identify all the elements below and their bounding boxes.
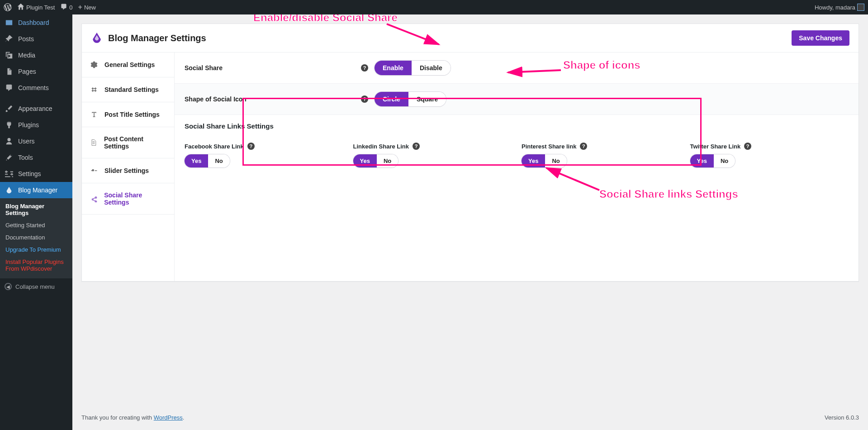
menu-tools[interactable]: Tools bbox=[0, 149, 72, 166]
submenu-settings[interactable]: Blog Manager Settings bbox=[0, 200, 72, 219]
tab-standard[interactable]: Standard Settings bbox=[82, 77, 174, 102]
collapse-icon: ◀ bbox=[5, 283, 12, 290]
menu-media[interactable]: Media bbox=[0, 47, 72, 63]
new-label: New bbox=[84, 4, 96, 11]
submenu-upgrade[interactable]: Upgrade To Premium bbox=[0, 244, 72, 256]
shape-label: Shape of Social Icon bbox=[185, 96, 352, 103]
menu-posts[interactable]: Posts bbox=[0, 31, 72, 47]
comments-count: 0 bbox=[69, 4, 72, 11]
save-changes-button[interactable]: Save Changes bbox=[792, 30, 849, 46]
comment-icon bbox=[60, 3, 67, 12]
help-icon[interactable]: ? bbox=[580, 143, 587, 150]
arrows-icon bbox=[90, 86, 98, 94]
shape-circle[interactable]: Circle bbox=[375, 92, 408, 106]
linkedin-no[interactable]: No bbox=[377, 154, 398, 167]
comments-link[interactable]: 0 bbox=[60, 3, 72, 12]
media-icon bbox=[5, 51, 14, 60]
footer-thank-post: . bbox=[183, 414, 185, 421]
menu-dashboard-label: Dashboard bbox=[18, 19, 49, 26]
row-shape: Shape of Social Icon ? Circle Square bbox=[175, 84, 859, 115]
avatar bbox=[857, 4, 864, 11]
footer-thanks: Thank you for creating with WordPress. bbox=[81, 414, 184, 421]
linkedin-yes[interactable]: Yes bbox=[353, 154, 377, 167]
help-icon[interactable]: ? bbox=[413, 143, 420, 150]
menu-pages[interactable]: Pages bbox=[0, 63, 72, 80]
facebook-no[interactable]: No bbox=[208, 154, 229, 167]
comments-icon bbox=[5, 83, 14, 92]
document-icon bbox=[90, 139, 98, 147]
pinterest-yes[interactable]: Yes bbox=[522, 154, 545, 167]
social-share-enable[interactable]: Enable bbox=[375, 61, 412, 75]
menu-users-label: Users bbox=[18, 138, 35, 145]
help-icon[interactable]: ? bbox=[744, 143, 751, 150]
my-account-link[interactable]: Howdy, madara bbox=[815, 4, 864, 11]
tab-post-content[interactable]: Post Content Settings bbox=[82, 127, 174, 158]
menu-comments[interactable]: Comments bbox=[0, 80, 72, 96]
shape-square[interactable]: Square bbox=[408, 92, 446, 106]
howdy-text: Howdy, madara bbox=[815, 4, 855, 11]
plugin-logo-icon bbox=[91, 32, 103, 44]
site-name-link[interactable]: Plugin Test bbox=[17, 3, 55, 12]
facebook-toggle[interactable]: Yes No bbox=[185, 154, 230, 167]
menu-blog-manager[interactable]: Blog Manager bbox=[0, 182, 72, 198]
linkedin-toggle[interactable]: Yes No bbox=[353, 154, 398, 167]
tab-general[interactable]: General Settings bbox=[82, 53, 174, 77]
new-content-link[interactable]: + New bbox=[78, 3, 96, 11]
pinterest-toggle[interactable]: Yes No bbox=[522, 154, 567, 167]
wrench-icon bbox=[5, 153, 14, 162]
submenu-blog-manager: Blog Manager Settings Getting Started Do… bbox=[0, 198, 72, 278]
row-social-share: Social Share ? Enable Disable bbox=[175, 53, 859, 84]
help-icon[interactable]: ? bbox=[361, 96, 368, 103]
dashboard-icon bbox=[5, 18, 14, 27]
menu-settings[interactable]: Settings bbox=[0, 166, 72, 182]
share-icon bbox=[90, 195, 98, 203]
twitter-label: Twitter Share Link bbox=[690, 143, 741, 150]
settings-panel: Blog Manager Settings Save Changes Gener… bbox=[81, 24, 859, 282]
menu-users[interactable]: Users bbox=[0, 133, 72, 149]
tab-post-title[interactable]: Post Title Settings bbox=[82, 102, 174, 127]
menu-tools-label: Tools bbox=[18, 154, 33, 161]
submenu-install-popular[interactable]: Install Popular Plugins From WPdiscover bbox=[0, 256, 72, 275]
collapse-label: Collapse menu bbox=[15, 283, 55, 290]
twitter-yes[interactable]: Yes bbox=[690, 154, 714, 167]
pinterest-no[interactable]: No bbox=[545, 154, 566, 167]
tab-social-share[interactable]: Social Share Settings bbox=[82, 183, 174, 215]
menu-appearance-label: Appearance bbox=[18, 105, 52, 112]
tab-social-share-label: Social Share Settings bbox=[104, 191, 166, 206]
help-icon[interactable]: ? bbox=[247, 143, 255, 150]
shape-toggle[interactable]: Circle Square bbox=[375, 92, 446, 106]
admin-bar: Plugin Test 0 + New Howdy, madara bbox=[0, 0, 868, 14]
menu-appearance[interactable]: Appearance bbox=[0, 100, 72, 117]
link-linkedin: Linkedin Share Link ? Yes No bbox=[353, 143, 512, 167]
brush-icon bbox=[5, 104, 14, 113]
menu-plugins[interactable]: Plugins bbox=[0, 117, 72, 133]
link-facebook: Facebook Share Link ? Yes No bbox=[185, 143, 343, 167]
site-title: Plugin Test bbox=[26, 4, 55, 11]
footer-wp-link[interactable]: WordPress bbox=[154, 414, 183, 421]
tab-slider[interactable]: Slider Settings bbox=[82, 158, 174, 183]
panel-header: Blog Manager Settings Save Changes bbox=[82, 24, 859, 53]
menu-dashboard[interactable]: Dashboard bbox=[0, 14, 72, 31]
plus-icon: + bbox=[78, 3, 82, 11]
menu-blog-manager-label: Blog Manager bbox=[18, 186, 57, 194]
collapse-menu-button[interactable]: ◀ Collapse menu bbox=[0, 278, 72, 295]
pages-icon bbox=[5, 67, 14, 76]
submenu-documentation[interactable]: Documentation bbox=[0, 231, 72, 244]
twitter-toggle[interactable]: Yes No bbox=[690, 154, 735, 167]
plugin-icon bbox=[5, 120, 14, 129]
facebook-yes[interactable]: Yes bbox=[185, 154, 208, 167]
blog-manager-icon bbox=[5, 186, 14, 195]
submenu-getting-started[interactable]: Getting Started bbox=[0, 219, 72, 231]
menu-pages-label: Pages bbox=[18, 68, 36, 75]
wp-logo-icon[interactable] bbox=[4, 3, 12, 11]
footer-version: Version 6.0.3 bbox=[825, 414, 859, 421]
help-icon[interactable]: ? bbox=[361, 64, 368, 72]
menu-comments-label: Comments bbox=[18, 84, 49, 91]
settings-content: Social Share ? Enable Disable Shape of S… bbox=[175, 53, 859, 281]
links-section: Social Share Links Settings Facebook Sha… bbox=[175, 115, 859, 178]
twitter-no[interactable]: No bbox=[714, 154, 735, 167]
social-share-disable[interactable]: Disable bbox=[412, 61, 451, 75]
linkedin-label: Linkedin Share Link bbox=[353, 143, 409, 150]
social-share-toggle[interactable]: Enable Disable bbox=[375, 61, 451, 75]
gear-icon bbox=[90, 61, 98, 69]
